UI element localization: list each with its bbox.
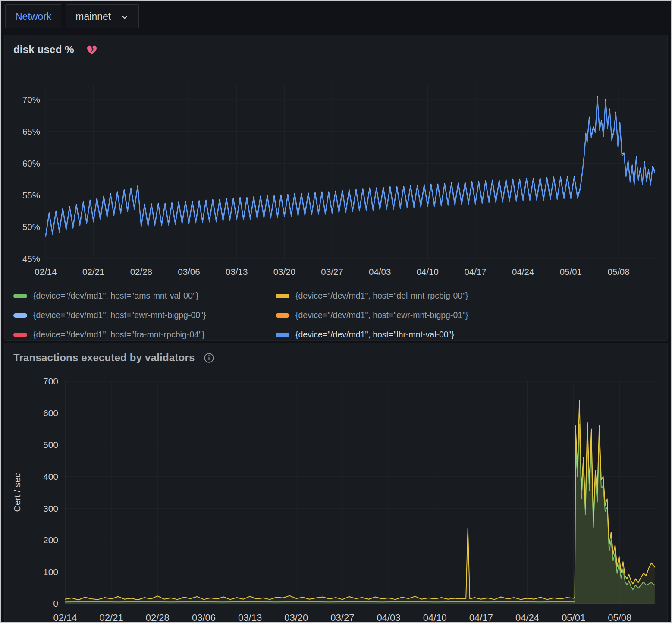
disk-chart-legend: {device="/dev/md1", host="ams-mnt-val-00… <box>13 286 659 344</box>
tx-panel-title: Transactions executed by validators <box>13 352 195 364</box>
network-label-text: Network <box>15 11 51 22</box>
svg-text:400: 400 <box>43 472 58 481</box>
legend-color-chip <box>276 294 289 298</box>
chevron-down-icon <box>120 13 129 22</box>
svg-text:05/01: 05/01 <box>560 267 582 277</box>
variable-bar: Network mainnet <box>1 1 671 29</box>
svg-text:03/13: 03/13 <box>238 612 262 623</box>
svg-text:05/08: 05/08 <box>607 267 629 277</box>
transactions-chart[interactable]: 02/1402/2102/2803/0603/1303/2003/2704/03… <box>13 367 659 623</box>
svg-text:55%: 55% <box>22 190 40 200</box>
svg-text:70%: 70% <box>22 94 40 104</box>
svg-text:04/17: 04/17 <box>464 267 486 277</box>
svg-text:04/24: 04/24 <box>512 267 534 277</box>
legend-label: {device="/dev/md1", host="fra-mnt-rpcbig… <box>33 330 204 340</box>
legend-label: {device="/dev/md1", host="ams-mnt-val-00… <box>33 291 198 301</box>
legend-color-chip <box>13 294 27 298</box>
svg-text:03/13: 03/13 <box>226 267 248 277</box>
svg-text:0: 0 <box>53 598 58 608</box>
svg-text:500: 500 <box>43 440 58 450</box>
svg-text:02/21: 02/21 <box>82 267 104 277</box>
svg-text:02/14: 02/14 <box>53 612 77 623</box>
svg-text:03/27: 03/27 <box>321 267 343 277</box>
disk-used-chart[interactable]: 02/1402/2102/2803/0603/1303/2003/2704/03… <box>13 59 659 283</box>
svg-text:05/01: 05/01 <box>562 612 585 623</box>
legend-label: {device="/dev/md1", host="del-mnt-rpcbig… <box>295 291 468 301</box>
svg-text:04/17: 04/17 <box>469 612 493 623</box>
svg-text:600: 600 <box>43 408 58 418</box>
panel-disk-used: disk used % 02/1402/2102/2803/0603/1303/… <box>4 35 668 341</box>
legend-color-chip <box>276 313 289 318</box>
svg-text:02/28: 02/28 <box>146 612 170 623</box>
svg-text:60%: 60% <box>22 158 40 168</box>
tx-panel-header[interactable]: Transactions executed by validators <box>13 348 659 367</box>
svg-text:03/27: 03/27 <box>330 612 354 623</box>
svg-text:02/14: 02/14 <box>35 267 57 277</box>
svg-text:100: 100 <box>43 567 58 577</box>
svg-text:03/06: 03/06 <box>178 267 200 277</box>
legend-item[interactable]: {device="/dev/md1", host="lhr-mnt-val-00… <box>276 325 659 344</box>
svg-text:02/28: 02/28 <box>130 267 152 277</box>
legend-color-chip <box>276 333 289 337</box>
svg-text:200: 200 <box>43 535 58 545</box>
svg-text:04/03: 04/03 <box>369 267 391 277</box>
legend-label: {device="/dev/md1", host="lhr-mnt-val-00… <box>295 330 454 340</box>
network-variable-select[interactable]: mainnet <box>66 4 139 28</box>
legend-label: {device="/dev/md1", host="ewr-mnt-bigpg-… <box>295 310 468 320</box>
svg-text:05/08: 05/08 <box>608 612 631 623</box>
network-value-text: mainnet <box>75 11 111 22</box>
svg-text:04/10: 04/10 <box>417 267 439 277</box>
svg-text:02/21: 02/21 <box>100 612 123 623</box>
legend-item[interactable]: {device="/dev/md1", host="fra-mnt-rpcbig… <box>13 325 276 344</box>
legend-color-chip <box>13 313 27 318</box>
svg-text:03/06: 03/06 <box>192 612 216 623</box>
legend-item[interactable]: {device="/dev/md1", host="ewr-mnt-bigpg-… <box>13 305 276 325</box>
svg-text:300: 300 <box>43 503 58 513</box>
svg-text:04/24: 04/24 <box>515 612 539 623</box>
legend-color-chip <box>13 333 27 337</box>
info-icon[interactable] <box>204 352 214 363</box>
svg-text:04/03: 04/03 <box>377 612 401 623</box>
svg-text:04/10: 04/10 <box>423 612 447 623</box>
svg-text:700: 700 <box>43 376 58 386</box>
disk-panel-title: disk used % <box>13 44 74 56</box>
network-variable-label: Network <box>5 4 61 28</box>
disk-panel-header[interactable]: disk used % <box>13 40 659 59</box>
legend-label: {device="/dev/md1", host="ewr-mnt-bigpg-… <box>33 310 206 320</box>
panel-transactions: Transactions executed by validators 02/1… <box>4 343 668 623</box>
grafana-dashboard: Network mainnet disk used % 02/1402/2102… <box>0 0 672 623</box>
legend-item[interactable]: {device="/dev/md1", host="del-mnt-rpcbig… <box>276 286 659 305</box>
legend-item[interactable]: {device="/dev/md1", host="ams-mnt-val-00… <box>13 286 276 305</box>
svg-text:50%: 50% <box>22 222 40 232</box>
legend-item[interactable]: {device="/dev/md1", host="ewr-mnt-bigpg-… <box>276 305 659 325</box>
svg-text:03/20: 03/20 <box>284 612 308 623</box>
svg-text:45%: 45% <box>22 254 40 264</box>
svg-text:65%: 65% <box>22 126 40 136</box>
svg-text:03/20: 03/20 <box>273 267 295 277</box>
alert-broken-heart-icon[interactable] <box>85 43 98 56</box>
svg-text:Cert / sec: Cert / sec <box>13 473 22 512</box>
